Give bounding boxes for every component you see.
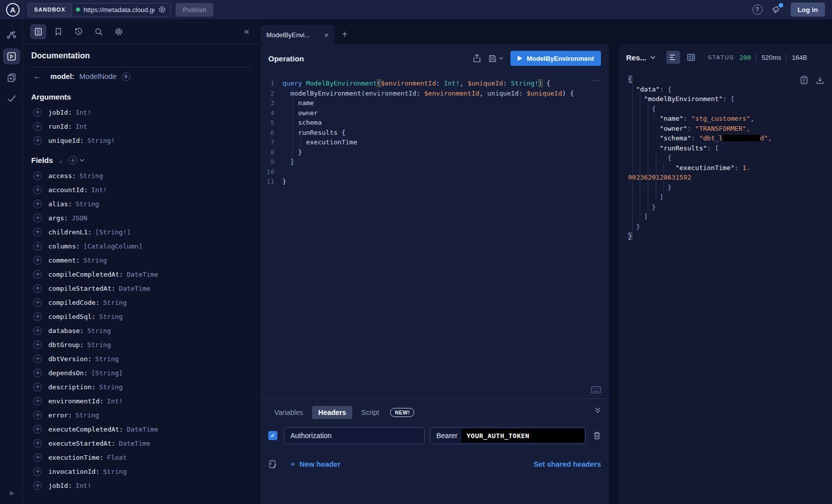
set-shared-headers-link[interactable]: Set shared headers — [534, 460, 601, 468]
argument-row[interactable]: uniqueId:String! — [31, 133, 251, 147]
field-row[interactable]: compileStartedAt:DateTime — [31, 281, 251, 295]
header-value-input[interactable]: Bearer YOUR_AUTH_TOKEN — [430, 427, 586, 444]
code-line[interactable]: 10 — [260, 167, 609, 177]
gear-icon[interactable] — [158, 6, 166, 14]
json-view-toggle[interactable] — [666, 51, 680, 64]
field-row[interactable]: childrenL1:[String!] — [31, 225, 251, 239]
field-row[interactable]: error:String — [31, 408, 251, 422]
download-response-button[interactable] — [816, 75, 824, 85]
field-row[interactable]: args:JSON — [31, 211, 251, 225]
add-field-icon[interactable] — [33, 383, 42, 391]
code-line[interactable]: 3 name — [260, 98, 609, 108]
field-row[interactable]: columns:[CatalogColumn] — [31, 239, 251, 253]
field-row[interactable]: description:String — [31, 380, 251, 394]
sidebar-item-collections[interactable] — [3, 69, 20, 86]
field-row[interactable]: environmentId:Int! — [31, 394, 251, 408]
collapse-docs-icon[interactable]: « — [244, 26, 252, 37]
add-field-icon[interactable] — [33, 355, 42, 363]
sidebar-item-checks[interactable] — [3, 91, 20, 107]
publish-button[interactable]: Publish — [176, 3, 213, 17]
save-button[interactable] — [488, 54, 497, 63]
add-field-icon[interactable] — [33, 214, 42, 222]
tab-script[interactable]: Script — [355, 406, 386, 419]
add-field-icon[interactable] — [33, 467, 42, 476]
expand-rail-button[interactable]: » — [0, 488, 23, 498]
sort-fields-icon[interactable]: ↓ — [59, 156, 62, 164]
sandbox-chip[interactable]: SANDBOX — [28, 4, 72, 16]
copy-response-button[interactable] — [800, 75, 808, 85]
add-field-icon[interactable] — [33, 270, 42, 279]
code-line[interactable]: 6 runResults { — [260, 128, 609, 138]
add-field-icon[interactable] — [33, 425, 42, 434]
tab-documentation[interactable] — [30, 24, 46, 39]
save-menu-chevron-icon[interactable] — [499, 57, 503, 60]
add-field-icon[interactable] — [33, 256, 42, 265]
field-row[interactable]: invocationId:String — [31, 464, 251, 478]
field-row[interactable]: compileCompletedAt:DateTime — [31, 267, 251, 281]
collapse-section-icon[interactable] — [594, 407, 601, 413]
back-arrow-icon[interactable]: ← — [33, 72, 41, 81]
code-line[interactable]: 9 } — [260, 157, 609, 167]
argument-row[interactable]: jobId:Int! — [31, 105, 251, 119]
tab-saved-operations[interactable] — [50, 24, 66, 39]
code-line[interactable]: 1query ModelByEnvironment($environmentId… — [260, 78, 609, 89]
close-tab-icon[interactable]: × — [324, 31, 329, 39]
query-editor[interactable]: 1query ModelByEnvironment($environmentId… — [260, 72, 609, 398]
tab-history[interactable] — [70, 24, 87, 39]
field-row[interactable]: alias:String — [31, 197, 251, 211]
new-tab-button[interactable]: + — [342, 29, 348, 40]
field-row[interactable]: comment:String — [31, 253, 251, 267]
announcements-button[interactable] — [772, 5, 782, 14]
tab-headers[interactable]: Headers — [312, 406, 352, 419]
header-enabled-checkbox[interactable]: ✓ — [268, 431, 277, 440]
tab-variables[interactable]: Variables — [268, 406, 309, 419]
field-row[interactable]: dbtVersion:String — [31, 352, 251, 366]
field-row[interactable]: executionTime:Float — [31, 450, 251, 464]
kebab-icon[interactable]: ⋯ — [592, 75, 601, 85]
add-field-icon[interactable] — [33, 411, 42, 419]
chevron-down-icon[interactable] — [80, 158, 85, 162]
add-field-icon[interactable] — [33, 481, 42, 490]
run-operation-button[interactable]: ModelByEnvironment — [510, 51, 601, 66]
field-row[interactable]: executeStartedAt:DateTime — [31, 436, 251, 450]
auth-token-value[interactable]: YOUR_AUTH_TOKEN — [462, 429, 584, 443]
operation-tab[interactable]: ModelByEnvi... × — [260, 25, 335, 44]
tab-explorer-settings[interactable] — [111, 24, 127, 39]
add-all-fields-icon[interactable] — [122, 72, 130, 81]
field-row[interactable]: access:String — [31, 169, 251, 183]
preflight-script-icon[interactable] — [268, 460, 277, 469]
code-line[interactable]: 5 schema — [260, 118, 609, 128]
add-field-icon[interactable] — [33, 228, 42, 236]
field-row[interactable]: jobId:Int! — [31, 478, 251, 492]
add-field-icon[interactable] — [33, 397, 42, 405]
add-field-icon[interactable] — [33, 136, 42, 145]
add-field-icon[interactable] — [33, 172, 42, 180]
header-key-input[interactable]: Authorization — [284, 427, 425, 444]
argument-row[interactable]: runId:Int — [31, 119, 251, 133]
docs-breadcrumb-type[interactable]: ModelNode — [80, 72, 117, 80]
table-view-toggle[interactable] — [684, 51, 698, 64]
add-field-icon[interactable] — [33, 186, 42, 194]
new-header-button[interactable]: + New header — [290, 459, 340, 469]
add-field-icon[interactable] — [33, 122, 42, 131]
add-field-icon[interactable] — [33, 200, 42, 208]
code-line[interactable]: 4 owner — [260, 108, 609, 118]
delete-header-button[interactable] — [593, 431, 601, 440]
field-row[interactable]: database:String — [31, 323, 251, 338]
tab-search[interactable] — [91, 24, 107, 39]
code-line[interactable]: 11} — [260, 177, 609, 187]
add-field-icon[interactable] — [33, 453, 42, 462]
add-fields-icon[interactable] — [68, 156, 77, 164]
field-row[interactable]: compiledSql:String — [31, 309, 251, 323]
add-field-icon[interactable] — [33, 439, 42, 448]
login-button[interactable]: Log in — [791, 3, 825, 17]
code-line[interactable]: 7 executionTime — [260, 137, 609, 147]
field-row[interactable]: dependsOn:[String] — [31, 366, 251, 380]
add-field-icon[interactable] — [33, 369, 42, 377]
help-icon[interactable]: ? — [752, 5, 763, 15]
add-field-icon[interactable] — [33, 298, 42, 307]
field-row[interactable]: dbtGroup:String — [31, 338, 251, 352]
field-row[interactable]: compiledCode:String — [31, 295, 251, 309]
add-field-icon[interactable] — [33, 242, 42, 250]
share-button[interactable] — [473, 54, 481, 63]
